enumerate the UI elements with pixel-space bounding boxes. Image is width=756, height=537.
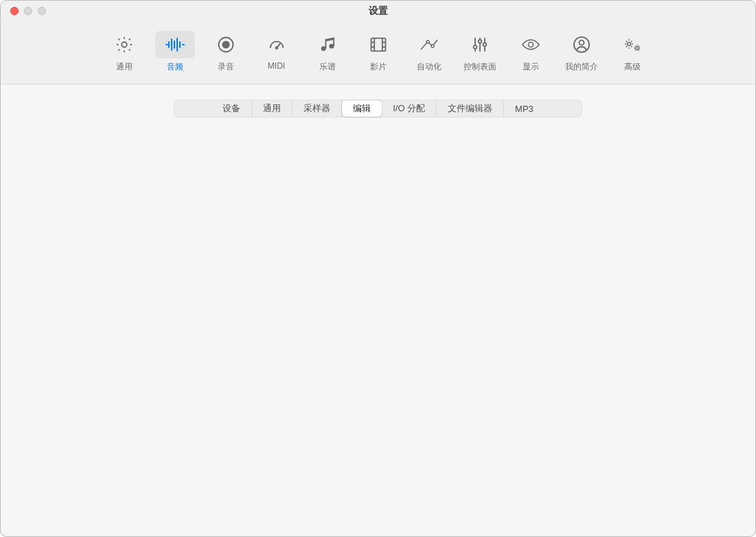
stepper-down-button[interactable]	[417, 198, 432, 214]
subtabs: 设备 通用 采样器 编辑 I/O 分配 文件编辑器 MP3	[174, 100, 582, 117]
svg-point-3	[275, 47, 277, 49]
stepper-down-button[interactable]	[417, 168, 432, 184]
subtab-general[interactable]: 通用	[252, 100, 293, 117]
chevron-up-icon	[466, 174, 471, 178]
select-max-scrub-speed[interactable]: 普通	[137, 294, 401, 312]
subtab-label: 通用	[263, 102, 281, 115]
subtab-label: I/O 分配	[393, 102, 425, 115]
subtab-io[interactable]: I/O 分配	[382, 100, 437, 117]
tab-label: 乐谱	[319, 61, 336, 73]
record-icon	[215, 34, 237, 56]
row-scrub-with-audio: 与轨道区域中的音频一同滑动	[38, 269, 718, 282]
divider	[38, 227, 718, 228]
select-value: 普通	[145, 327, 163, 339]
tab-profile[interactable]: 我的简介	[559, 28, 604, 74]
window-controls	[10, 7, 46, 15]
close-window-button[interactable]	[10, 7, 19, 15]
label-crossfade-curve: 交叉渐变曲线：	[38, 200, 137, 212]
chevron-down-icon	[422, 205, 427, 208]
tab-label: 我的简介	[565, 61, 598, 73]
section-scrub-title: 左右滑动	[38, 243, 718, 255]
subtab-device[interactable]: 设备	[211, 100, 252, 117]
tab-score[interactable]: 乐谱	[305, 28, 350, 74]
svg-point-18	[636, 47, 639, 49]
svg-point-0	[122, 42, 126, 47]
tab-label: 录音	[218, 61, 234, 73]
tab-midi[interactable]: MIDI	[254, 28, 299, 74]
label-max-scrub-speed: 最高滑动速度：	[38, 297, 137, 309]
tab-label: 高级	[624, 61, 641, 73]
subtab-label: 设备	[222, 102, 240, 115]
window-title: 设置	[1, 5, 755, 17]
select-arrows-icon	[385, 296, 399, 310]
music-notes-icon	[317, 34, 339, 56]
user-circle-icon	[571, 34, 593, 56]
subtab-label: 采样器	[303, 102, 330, 115]
row-max-scrub-speed: 最高滑动速度： 普通	[38, 294, 718, 312]
subtab-label: MP3	[515, 104, 534, 114]
film-icon	[367, 34, 389, 56]
stepper-crossfade-curve: 0	[416, 197, 477, 215]
minimize-window-button[interactable]	[24, 7, 32, 15]
tab-record[interactable]: 录音	[203, 28, 249, 74]
tab-label: MIDI	[268, 61, 285, 71]
slider-crossfade-time[interactable]	[137, 174, 406, 177]
svg-point-14	[528, 43, 533, 47]
svg-point-11	[473, 45, 477, 49]
tab-control-surface[interactable]: 控制表面	[457, 28, 503, 74]
settings-panel: 用于合并与获得合成的交叉渐变 交叉渐变时间： 20 毫秒	[20, 108, 736, 514]
row-scrub-response: 滑动响应： 普通	[38, 324, 718, 342]
select-scrub-response[interactable]: 普通	[137, 324, 401, 342]
sliders-icon	[469, 34, 491, 56]
svg-point-13	[483, 43, 486, 47]
label-crossfade-time: 交叉渐变时间：	[38, 170, 137, 182]
subtab-sampler[interactable]: 采样器	[293, 100, 342, 117]
svg-point-17	[627, 43, 630, 46]
subtab-file-editor[interactable]: 文件编辑器	[437, 100, 504, 117]
section-crossfade-title: 用于合并与获得合成的交叉渐变	[38, 141, 718, 153]
eye-icon	[520, 34, 542, 56]
select-value: 普通	[145, 297, 163, 309]
titlebar: 设置	[1, 1, 755, 21]
content-area: 设备 通用 采样器 编辑 I/O 分配 文件编辑器 MP3 用于合并与获得合成的…	[1, 84, 755, 529]
slider-thumb[interactable]	[224, 198, 231, 214]
chevron-down-icon	[422, 174, 427, 178]
subtab-label: 文件编辑器	[448, 102, 492, 115]
subtab-edit[interactable]: 编辑	[342, 100, 382, 117]
row-crossfade-curve: 交叉渐变曲线： 0	[38, 197, 718, 215]
label-scrub-response: 滑动响应：	[38, 327, 137, 339]
tab-display[interactable]: 显示	[508, 28, 553, 74]
automation-icon	[418, 34, 440, 56]
slider-thumb[interactable]	[142, 168, 149, 183]
subtab-label: 编辑	[353, 102, 371, 115]
unit-ms: 毫秒	[483, 170, 501, 182]
waveform-icon	[164, 34, 186, 56]
slider-crossfade-curve[interactable]	[137, 205, 406, 207]
stepper-up-button[interactable]	[461, 168, 476, 184]
tab-audio[interactable]: 音频	[152, 28, 198, 74]
tab-label: 音频	[167, 61, 183, 73]
tab-automation[interactable]: 自动化	[406, 28, 452, 74]
zoom-window-button[interactable]	[38, 7, 46, 15]
subtab-mp3[interactable]: MP3	[504, 100, 545, 117]
svg-point-10	[431, 45, 434, 47]
stepper-value[interactable]: 0	[432, 198, 461, 214]
row-crossfade-time: 交叉渐变时间： 20 毫秒	[38, 167, 718, 185]
tab-label: 控制表面	[463, 61, 496, 73]
chevron-up-icon	[466, 205, 471, 208]
svg-point-16	[579, 41, 584, 45]
tab-advanced[interactable]: 高级	[610, 28, 655, 74]
checkbox-scrub-with-audio[interactable]	[137, 270, 148, 281]
toolbar: 通用 音频 录音 MIDI 乐谱	[1, 21, 755, 84]
tab-label: 通用	[116, 61, 133, 73]
tab-label: 影片	[370, 61, 387, 73]
gear-icon	[113, 34, 135, 56]
checkbox-label: 与轨道区域中的音频一同滑动	[155, 269, 271, 282]
svg-point-2	[222, 41, 229, 47]
tab-movie[interactable]: 影片	[356, 28, 401, 74]
svg-rect-8	[371, 38, 385, 52]
stepper-value[interactable]: 20	[432, 168, 461, 184]
gears-icon	[621, 34, 643, 56]
stepper-up-button[interactable]	[461, 198, 476, 214]
tab-general[interactable]: 通用	[102, 28, 147, 74]
